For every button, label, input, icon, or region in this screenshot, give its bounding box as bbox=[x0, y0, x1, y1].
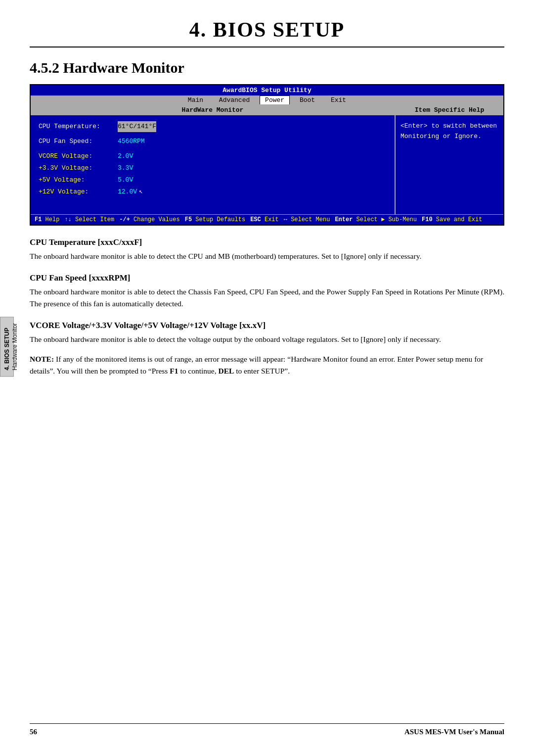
sb-lr-arrows: ↔ Select Menu bbox=[284, 216, 330, 223]
bios-row-cpu-temp: CPU Temperature: 61°C/141°F bbox=[39, 121, 387, 132]
sb-change: -/+ Change Values bbox=[119, 216, 179, 223]
page-title: 4. BIOS SETUP bbox=[0, 0, 534, 47]
cpu-fan-heading: CPU Fan Speed [xxxxRPM] bbox=[30, 273, 504, 283]
bios-value-vcore: 2.0V bbox=[118, 151, 133, 162]
content-area: CPU Temperature [xxxC/xxxF] The onboard … bbox=[30, 237, 504, 377]
title-divider bbox=[30, 47, 504, 47]
bios-value-3v3: 3.3V bbox=[118, 163, 133, 174]
bios-row-fan-speed: CPU Fan Speed: 4560RPM bbox=[39, 136, 387, 147]
bios-row-12v: +12V Voltage: 12.0V ↖ bbox=[39, 187, 387, 197]
sb-esc: ESC Exit bbox=[250, 216, 279, 223]
vcore-text: The onboard hardware monitor is able to … bbox=[30, 333, 504, 345]
bios-row-5v: +5V Voltage: 5.0V bbox=[39, 175, 387, 186]
bios-menu-boot[interactable]: Boot bbox=[294, 96, 321, 104]
sidebar-tab: 4. BIOS SETUP Hardware Monitor bbox=[0, 317, 14, 377]
note-paragraph: NOTE: If any of the monitored items is o… bbox=[30, 353, 504, 377]
sidebar-tab-section: Hardware Monitor bbox=[11, 323, 18, 370]
footer: 56 ASUS MES-VM User's Manual bbox=[30, 723, 504, 736]
bios-row-vcore: VCORE Voltage: 2.0V bbox=[39, 151, 387, 162]
bios-cursor-icon: ↖ bbox=[139, 187, 143, 197]
bios-menu-exit[interactable]: Exit bbox=[325, 96, 352, 104]
bios-value-5v: 5.0V bbox=[118, 175, 133, 186]
note-f1: F1 bbox=[170, 367, 178, 375]
footer-page-number: 56 bbox=[30, 728, 37, 736]
footer-manual-title: ASUS MES-VM User's Manual bbox=[404, 728, 504, 736]
bios-label-5v: +5V Voltage: bbox=[39, 175, 118, 186]
sb-enter: Enter Select ► Sub-Menu bbox=[335, 216, 417, 223]
cpu-temp-text: The onboard hardware monitor is able to … bbox=[30, 250, 504, 262]
bios-menu-power[interactable]: Power bbox=[260, 95, 290, 104]
note-text-3: to enter SETUP”. bbox=[234, 367, 290, 375]
cpu-temp-heading: CPU Temperature [xxxC/xxxF] bbox=[30, 237, 504, 247]
bios-titlebar: AwardBIOS Setup Utility bbox=[31, 85, 503, 95]
bios-value-cpu-temp: 61°C/141°F bbox=[118, 121, 156, 132]
bios-label-3v3: +3.3V Voltage: bbox=[39, 163, 118, 174]
bios-row-3v3: +3.3V Voltage: 3.3V bbox=[39, 163, 387, 174]
bios-value-fan-speed: 4560RPM bbox=[118, 136, 145, 147]
bios-label-12v: +12V Voltage: bbox=[39, 187, 118, 197]
note-del: DEL bbox=[218, 367, 234, 375]
bios-label-fan-speed: CPU Fan Speed: bbox=[39, 136, 118, 147]
bios-screenshot: AwardBIOS Setup Utility Main Advanced Po… bbox=[30, 84, 504, 226]
cpu-fan-text: The onboard hardware monitor is able to … bbox=[30, 286, 504, 310]
bios-help-header: Item Specific Help bbox=[396, 105, 503, 115]
bios-menu-main[interactable]: Main bbox=[182, 96, 209, 104]
bios-main-header: HardWare Monitor bbox=[31, 105, 395, 115]
bios-menu-advanced[interactable]: Advanced bbox=[213, 96, 256, 104]
bios-value-12v: 12.0V bbox=[118, 187, 137, 197]
bios-content-area: HardWare Monitor CPU Temperature: 61°C/1… bbox=[31, 105, 503, 214]
sb-f10: F10 Save and Exit bbox=[422, 216, 482, 223]
sb-arrows: ↑↓ Select Item bbox=[64, 216, 114, 223]
bios-statusbar: F1 Help ↑↓ Select Item -/+ Change Values… bbox=[31, 214, 503, 225]
bios-menubar: Main Advanced Power Boot Exit bbox=[31, 95, 503, 105]
note-label: NOTE: bbox=[30, 355, 54, 363]
bios-help-body: <Enter> to switch between Monitoring or … bbox=[396, 115, 503, 148]
sidebar-tab-title: 4. BIOS SETUP bbox=[3, 328, 10, 370]
note-text-2: to continue, bbox=[178, 367, 219, 375]
sb-f5: F5 Setup Defaults bbox=[185, 216, 245, 223]
bios-label-cpu-temp: CPU Temperature: bbox=[39, 121, 118, 132]
sb-f1: F1 Help bbox=[35, 216, 59, 223]
bios-help-panel: Item Specific Help <Enter> to switch bet… bbox=[395, 105, 503, 214]
bios-label-vcore: VCORE Voltage: bbox=[39, 151, 118, 162]
vcore-heading: VCORE Voltage/+3.3V Voltage/+5V Voltage/… bbox=[30, 321, 504, 331]
section-heading: 4.5.2 Hardware Monitor bbox=[30, 59, 504, 76]
bios-main-panel: HardWare Monitor CPU Temperature: 61°C/1… bbox=[31, 105, 395, 214]
bios-main-body: CPU Temperature: 61°C/141°F CPU Fan Spee… bbox=[31, 115, 395, 214]
